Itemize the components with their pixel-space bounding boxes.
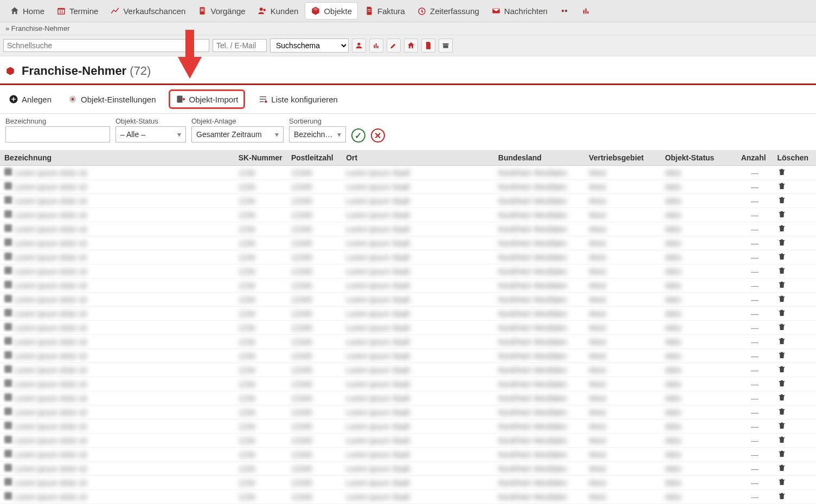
table-row[interactable]: Lorem ipsum dolor sit123412345Lorem ipsu… [0, 377, 816, 391]
th-bundesland[interactable]: Bundesland [494, 150, 584, 166]
table-row[interactable]: Lorem ipsum dolor sit123412345Lorem ipsu… [0, 434, 816, 448]
toolbar-btn-chart[interactable] [369, 38, 383, 53]
nav-verkaufschancen[interactable]: Verkaufschancen [105, 3, 191, 19]
table-row[interactable]: Lorem ipsum dolor sit123412345Lorem ipsu… [0, 166, 816, 180]
delete-row-button[interactable] [778, 493, 786, 502]
delete-row-button[interactable] [778, 268, 786, 276]
home-icon [10, 6, 20, 16]
table-row[interactable]: Lorem ipsum dolor sit123412345Lorem ipsu… [0, 222, 816, 236]
table-row[interactable]: Lorem ipsum dolor sit123412345Lorem ipsu… [0, 391, 816, 405]
th-vertrieb[interactable]: Vertriebsgebiet [584, 150, 660, 166]
cell-anzahl: — [737, 194, 773, 208]
nav-extra-2[interactable] [576, 3, 596, 19]
nav-termine[interactable]: 31 Termine [51, 3, 104, 19]
nav-kunden[interactable]: Kunden [252, 3, 304, 19]
toolbar-btn-edit[interactable] [387, 38, 401, 53]
svg-point-12 [562, 10, 564, 12]
nav-nachrichten[interactable]: Nachrichten [486, 3, 553, 19]
delete-row-button[interactable] [778, 437, 786, 445]
tel-email-input[interactable] [213, 39, 267, 52]
filter-bar: Bezeichnung Objekt-Status – Alle –▾ Obje… [0, 114, 816, 146]
table-row[interactable]: Lorem ipsum dolor sit123412345Lorem ipsu… [0, 194, 816, 208]
th-sk[interactable]: SK-Nummer [234, 150, 287, 166]
table-row[interactable]: Lorem ipsum dolor sit123412345Lorem ipsu… [0, 236, 816, 250]
nav-extra-1[interactable] [554, 3, 575, 19]
delete-row-button[interactable] [778, 310, 786, 319]
svg-rect-16 [587, 11, 588, 14]
svg-point-13 [565, 10, 568, 12]
delete-row-button[interactable] [778, 352, 786, 361]
table-row[interactable]: Lorem ipsum dolor sit123412345Lorem ipsu… [0, 264, 816, 279]
th-loeschen[interactable]: Löschen [773, 150, 817, 166]
svg-rect-44 [779, 409, 785, 410]
toolbar-btn-doc[interactable] [421, 38, 435, 53]
table-row[interactable]: Lorem ipsum dolor sit123412345Lorem ipsu… [0, 448, 816, 462]
nav-faktura[interactable]: Faktura [359, 3, 410, 19]
table-row[interactable]: Lorem ipsum dolor sit123412345Lorem ipsu… [0, 321, 816, 335]
table-row[interactable]: Lorem ipsum dolor sit123412345Lorem ipsu… [0, 250, 816, 264]
delete-row-button[interactable] [778, 183, 786, 192]
nav-zeiterfassung[interactable]: Zeiterfassung [412, 3, 485, 19]
table-row[interactable]: Lorem ipsum dolor sit123412345Lorem ipsu… [0, 476, 816, 490]
delete-row-button[interactable] [778, 451, 786, 460]
delete-row-button[interactable] [778, 366, 786, 375]
delete-row-button[interactable] [778, 169, 786, 178]
th-anzahl[interactable]: Anzahl [737, 150, 773, 166]
search-schema-select[interactable]: Suchschema [270, 38, 349, 53]
delete-row-button[interactable] [778, 409, 786, 417]
svg-point-7 [263, 9, 266, 11]
filter-status-select[interactable]: – Alle –▾ [115, 126, 186, 143]
filter-sort-select[interactable]: Bezeichn…▾ [289, 126, 346, 143]
action-configure[interactable]: Liste konfigurieren [255, 92, 341, 106]
breadcrumb-link[interactable]: Franchise-Nehmer [11, 24, 70, 33]
nav-home[interactable]: Home [4, 3, 50, 19]
delete-row-button[interactable] [778, 211, 786, 220]
delete-row-button[interactable] [778, 254, 786, 262]
th-ort[interactable]: Ort [342, 150, 494, 166]
svg-rect-31 [779, 226, 785, 227]
th-bezeichnung[interactable]: Bezeichnung [0, 150, 234, 166]
action-settings[interactable]: Objekt-Einstellungen [65, 92, 159, 106]
delete-row-button[interactable] [778, 282, 786, 290]
table-row[interactable]: Lorem ipsum dolor sit123412345Lorem ipsu… [0, 363, 816, 377]
delete-row-button[interactable] [778, 240, 786, 248]
th-status[interactable]: Objekt-Status [660, 150, 736, 166]
delete-row-button[interactable] [778, 338, 786, 347]
table-row[interactable]: Lorem ipsum dolor sit123412345Lorem ipsu… [0, 405, 816, 419]
table-row[interactable]: Lorem ipsum dolor sit123412345Lorem ipsu… [0, 335, 816, 349]
table-row[interactable]: Lorem ipsum dolor sit123412345Lorem ipsu… [0, 419, 816, 434]
toolbar-btn-home[interactable] [404, 38, 418, 53]
toolbar-btn-archive[interactable] [439, 38, 453, 53]
table-row[interactable]: Lorem ipsum dolor sit123412345Lorem ipsu… [0, 462, 816, 476]
filter-reset-button[interactable]: ✕ [371, 128, 385, 143]
delete-row-button[interactable] [778, 395, 786, 403]
cell-anzahl: — [737, 208, 773, 222]
action-import[interactable]: Objekt-Import [169, 89, 245, 109]
delete-row-button[interactable] [778, 197, 786, 206]
table-row[interactable]: Lorem ipsum dolor sit123412345Lorem ipsu… [0, 293, 816, 307]
delete-row-button[interactable] [778, 296, 786, 305]
toolbar-btn-person[interactable] [352, 38, 366, 53]
filter-anlage-select[interactable]: Gesamter Zeitraum▾ [191, 126, 284, 143]
delete-row-button[interactable] [778, 423, 786, 431]
delete-row-button[interactable] [778, 479, 786, 488]
quick-search-input[interactable] [3, 39, 209, 52]
delete-row-button[interactable] [778, 465, 786, 474]
nav-vorgaenge[interactable]: Vorgänge [192, 3, 250, 19]
delete-row-button[interactable] [778, 324, 786, 333]
filter-bezeichnung-input[interactable] [5, 126, 110, 143]
table-row[interactable]: Lorem ipsum dolor sit123412345Lorem ipsu… [0, 180, 816, 194]
table-row[interactable]: Lorem ipsum dolor sit123412345Lorem ipsu… [0, 307, 816, 321]
delete-row-button[interactable] [778, 225, 786, 234]
table-row[interactable]: Lorem ipsum dolor sit123412345Lorem ipsu… [0, 279, 816, 293]
filter-apply-button[interactable]: ✓ [351, 128, 365, 143]
table-row[interactable]: Lorem ipsum dolor sit123412345Lorem ipsu… [0, 208, 816, 222]
table-row[interactable]: Lorem ipsum dolor sit123412345Lorem ipsu… [0, 490, 816, 504]
filter-label: Bezeichnung [5, 117, 110, 125]
action-create[interactable]: Anlegen [5, 92, 55, 106]
table-row[interactable]: Lorem ipsum dolor sit123412345Lorem ipsu… [0, 349, 816, 363]
list-gear-icon [258, 94, 268, 104]
nav-objekte[interactable]: Objekte [305, 2, 358, 20]
delete-row-button[interactable] [778, 380, 786, 389]
th-plz[interactable]: Postleitzahl [287, 150, 342, 166]
